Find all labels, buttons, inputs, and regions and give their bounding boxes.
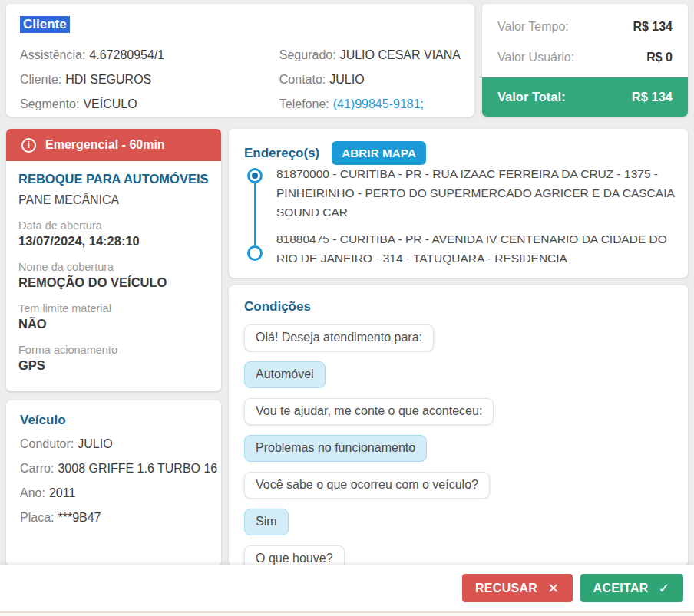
origin-radio-icon[interactable]: [247, 168, 263, 183]
address-card: Endereço(s) ABRIR MAPA 81870000 - CURITI…: [229, 129, 688, 278]
chat-message-bot: Vou te ajudar, me conte o que aconteceu:: [244, 398, 494, 425]
valor-total-bar: Valor Total: R$ 134: [482, 77, 688, 117]
vehicle-fields: Condutor:JULIO Carro:3008 GRIFFE 1.6 TUR…: [20, 436, 207, 526]
accept-button[interactable]: ACEITAR ✓: [580, 574, 683, 602]
field-segurado: Segurado:JULIO CESAR VIANA: [279, 47, 461, 64]
urgency-banner: i Emergencial - 60min: [6, 129, 221, 161]
valor-tempo-row: Valor Tempo: R$ 134: [482, 20, 688, 34]
field-contato: Contato:JULIO: [279, 71, 461, 88]
valor-total-value: R$ 134: [632, 90, 673, 104]
field-data-abertura: Data de abertura 13/07/2024, 14:28:10: [18, 219, 209, 249]
service-card: i Emergencial - 60min REBOQUE PARA AUTOM…: [6, 129, 221, 391]
field-telefone: Telefone:(41)99845-9181;: [279, 96, 461, 113]
field-assistencia: Assistência:4.67280954/1: [20, 47, 279, 64]
chat-message-user: Problemas no funcionamento: [244, 435, 427, 462]
accept-button-label: ACEITAR: [593, 581, 649, 595]
chat-message-bot: Olá! Deseja atendimento para:: [244, 324, 434, 351]
valor-usuario-row: Valor Usuário: R$ 0: [482, 51, 688, 64]
valor-card: Valor Tempo: R$ 134 Valor Usuário: R$ 0 …: [482, 4, 688, 117]
address-card-title: Endereço(s): [244, 146, 319, 161]
info-icon: i: [21, 138, 36, 153]
reject-button[interactable]: RECUSAR ✕: [462, 574, 573, 602]
page-bottom-edge: [0, 611, 694, 616]
field-condutor: Condutor:JULIO: [20, 436, 207, 453]
address-header: Endereço(s) ABRIR MAPA: [229, 129, 688, 165]
client-card: Cliente Assistência:4.67280954/1 Cliente…: [6, 4, 474, 117]
close-icon: ✕: [547, 580, 559, 597]
destination-radio-icon[interactable]: [247, 245, 263, 261]
chat-message-bot: Você sabe o que ocorreu com o veículo?: [244, 472, 490, 499]
service-body: REBOQUE PARA AUTOMÓVEIS PANE MECÂNICA Da…: [6, 161, 221, 373]
field-placa: Placa:***9B47: [20, 509, 207, 526]
destination-address: 81880475 - CURITIBA - PR - AVENIDA IV CE…: [276, 229, 682, 268]
conditions-card: Condições Olá! Deseja atendimento para: …: [229, 285, 688, 566]
vehicle-card-title: Veículo: [20, 413, 207, 428]
check-icon: ✓: [659, 580, 670, 597]
urgency-label: Emergencial - 60min: [45, 138, 165, 152]
open-map-button[interactable]: ABRIR MAPA: [332, 141, 426, 165]
client-card-title: Cliente: [20, 16, 70, 33]
field-nome-cobertura: Nome da cobertura REMOÇÃO DO VEÍCULO: [18, 261, 209, 290]
vehicle-card: Veículo Condutor:JULIO Carro:3008 GRIFFE…: [6, 400, 221, 566]
phone-link[interactable]: (41)99845-9181;: [333, 97, 424, 110]
valor-tempo-value: R$ 134: [633, 20, 673, 34]
chat-message-user: Automóvel: [244, 361, 326, 388]
reject-button-label: RECUSAR: [475, 581, 537, 595]
service-subtitle: PANE MECÂNICA: [18, 193, 209, 207]
client-fields: Assistência:4.67280954/1 Cliente:HDI SEG…: [20, 39, 461, 113]
field-cliente: Cliente:HDI SEGUROS: [20, 71, 279, 88]
action-bar: RECUSAR ✕ ACEITAR ✓: [0, 565, 694, 611]
origin-radio-dot: [252, 173, 258, 179]
chat-message-user: Sim: [244, 509, 289, 535]
service-title: REBOQUE PARA AUTOMÓVEIS: [18, 171, 209, 187]
field-segmento: Segmento:VEÍCULO: [20, 96, 279, 113]
field-forma-acionamento: Forma acionamento GPS: [18, 344, 209, 373]
route-timeline-connector: [254, 183, 256, 245]
client-fields-right: Segurado:JULIO CESAR VIANA Contato:JULIO…: [279, 39, 461, 113]
field-limite-material: Tem limite material NÃO: [18, 302, 209, 331]
conditions-title: Condições: [244, 299, 673, 315]
client-fields-left: Assistência:4.67280954/1 Cliente:HDI SEG…: [20, 39, 279, 113]
origin-address: 81870000 - CURITIBA - PR - RUA IZAAC FER…: [276, 164, 682, 222]
field-carro: Carro:3008 GRIFFE 1.6 TURBO 16: [20, 460, 207, 477]
field-ano: Ano:2011: [20, 485, 207, 502]
valor-usuario-value: R$ 0: [646, 51, 673, 64]
assistance-order-page: Cliente Assistência:4.67280954/1 Cliente…: [0, 0, 694, 616]
